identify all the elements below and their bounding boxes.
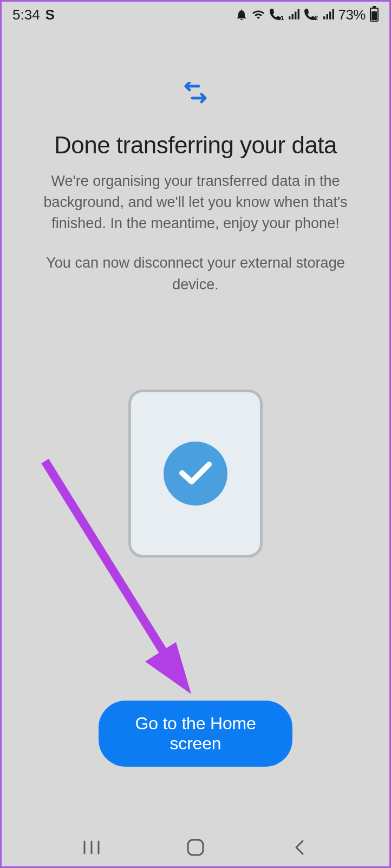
status-time: 5:34	[12, 7, 40, 23]
screen-frame: 5:34 S 1 2 73%	[0, 0, 391, 868]
status-bar: 5:34 S 1 2 73%	[2, 2, 389, 28]
checkmark-circle-icon	[164, 442, 227, 506]
svg-text:1: 1	[281, 15, 284, 21]
signal-sim2-icon	[323, 9, 335, 21]
description-2: You can now disconnect your external sto…	[23, 252, 368, 295]
description-1: We're organising your transferred data i…	[23, 171, 368, 234]
call-sim2-icon: 2	[303, 8, 320, 21]
nav-home-button[interactable]	[184, 835, 207, 859]
svg-text:2: 2	[315, 15, 318, 21]
page-title: Done transferring your data	[54, 132, 337, 159]
svg-marker-3	[145, 642, 191, 694]
android-nav-bar	[2, 828, 389, 866]
battery-percentage: 73%	[338, 7, 366, 23]
svg-rect-4	[188, 840, 203, 855]
call-sim1-icon: 1	[269, 8, 285, 21]
signal-sim1-icon	[288, 9, 300, 21]
transfer-arrows-icon	[183, 82, 208, 108]
wifi-icon	[251, 8, 265, 21]
status-left: 5:34 S	[12, 7, 55, 23]
phone-illustration	[128, 390, 263, 558]
main-content: Done transferring your data We're organi…	[2, 28, 389, 828]
battery-icon	[370, 8, 379, 22]
app-indicator: S	[45, 7, 55, 23]
go-home-button[interactable]: Go to the Home screen	[99, 701, 292, 767]
nav-recents-button[interactable]	[80, 835, 103, 859]
alarm-icon	[235, 8, 248, 21]
status-right: 1 2 73%	[235, 7, 379, 23]
nav-back-button[interactable]	[288, 835, 311, 859]
